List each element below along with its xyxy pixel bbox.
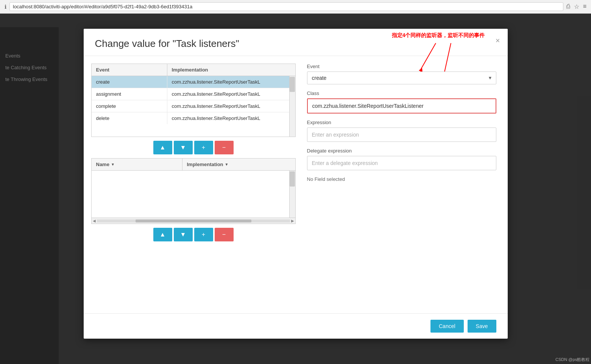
table-row[interactable]: create com.zzhua.listener.SiteReportUser…	[92, 76, 289, 88]
add-button[interactable]: +	[194, 141, 213, 154]
modal-footer: Cancel Save	[84, 313, 508, 339]
save-button[interactable]: Save	[468, 320, 496, 333]
top-table: Event Implementation create com.zzhua.li…	[91, 64, 296, 137]
modal-body: Event Implementation create com.zzhua.li…	[84, 56, 508, 313]
watermark: CSDN @ps酷教程	[555, 357, 589, 362]
scroll-track	[97, 219, 290, 222]
left-panel: Event Implementation create com.zzhua.li…	[91, 64, 296, 306]
modal-header: Change value for "Task listeners" × 指定4个…	[84, 29, 508, 56]
impl-cell: com.zzhua.listener.SiteReportUserTaskL	[167, 112, 289, 124]
impl-cell: com.zzhua.listener.SiteReportUserTaskL	[167, 100, 289, 112]
expression-input[interactable]	[307, 128, 496, 142]
event-select[interactable]: create assignment complete delete	[307, 72, 496, 84]
delegate-expression-input[interactable]	[307, 156, 496, 170]
bottom-move-down-button[interactable]: ▼	[174, 228, 193, 241]
class-form-group: Class	[307, 90, 496, 114]
event-form-group: Event create assignment complete delete	[307, 64, 496, 84]
star-icon[interactable]: ☆	[574, 3, 579, 10]
address-bar[interactable]: localhost:8080/activiti-app/editor/#/edi…	[9, 2, 563, 11]
name-column-header: Name ▼	[92, 159, 182, 170]
modal-backdrop: Change value for "Task listeners" × 指定4个…	[0, 14, 591, 364]
impl-cell: com.zzhua.listener.SiteReportUserTaskL	[167, 76, 289, 88]
bottom-table-scroll: ◀ ▶	[92, 171, 295, 224]
event-cell: complete	[92, 100, 167, 112]
bottom-move-up-button[interactable]: ▲	[153, 228, 172, 241]
event-cell: delete	[92, 112, 167, 124]
vertical-scrollbar[interactable]	[289, 76, 295, 137]
right-panel: Event create assignment complete delete …	[307, 64, 496, 306]
chevron-down-icon-2: ▼	[225, 162, 229, 166]
impl-cell: com.zzhua.listener.SiteReportUserTaskL	[167, 88, 289, 100]
cancel-button[interactable]: Cancel	[430, 320, 464, 333]
browser-icons: ⎙ ☆ ≡	[566, 3, 586, 10]
no-field-text: No Field selected	[307, 176, 496, 182]
class-input[interactable]	[307, 98, 496, 114]
bottom-action-buttons: ▲ ▼ + −	[91, 228, 296, 241]
move-up-button[interactable]: ▲	[153, 141, 172, 154]
event-label: Event	[307, 64, 496, 69]
scrollbar-thumb	[290, 77, 295, 92]
info-icon: ℹ	[5, 4, 6, 10]
top-table-header: Event Implementation	[92, 64, 295, 76]
event-cell: create	[92, 76, 167, 88]
annotation-text: 指定4个同样的监听器，监听不同的事件	[392, 32, 485, 38]
class-label: Class	[307, 90, 496, 96]
expression-form-group: Expression	[307, 120, 496, 142]
event-cell: assignment	[92, 88, 167, 100]
table-row[interactable]: assignment com.zzhua.listener.SiteReport…	[92, 88, 289, 100]
delegate-expression-form-group: Delegate expression	[307, 148, 496, 170]
table-row[interactable]: complete com.zzhua.listener.SiteReportUs…	[92, 100, 289, 112]
table-row[interactable]: delete com.zzhua.listener.SiteReportUser…	[92, 112, 289, 124]
close-button[interactable]: ×	[496, 36, 500, 45]
share-icon[interactable]: ⎙	[566, 3, 570, 10]
scroll-left-icon[interactable]: ◀	[92, 219, 97, 223]
top-table-scroll: create com.zzhua.listener.SiteReportUser…	[92, 76, 295, 137]
implementation-column-header: Implementation	[167, 64, 295, 76]
top-action-buttons: ▲ ▼ + −	[91, 141, 296, 154]
scroll-thumb	[136, 219, 251, 222]
bottom-scrollbar-thumb	[290, 171, 295, 187]
bottom-add-button[interactable]: +	[194, 228, 213, 241]
chevron-down-icon: ▼	[111, 162, 115, 166]
bottom-remove-button[interactable]: −	[215, 228, 234, 241]
modal-dialog: Change value for "Task listeners" × 指定4个…	[84, 29, 508, 339]
scroll-right-icon[interactable]: ▶	[290, 219, 295, 223]
expression-label: Expression	[307, 120, 496, 125]
bottom-table-header: Name ▼ Implementation ▼	[92, 159, 295, 171]
bottom-table: Name ▼ Implementation ▼	[91, 158, 296, 224]
bottom-section: Name ▼ Implementation ▼	[91, 158, 296, 241]
menu-icon[interactable]: ≡	[583, 3, 586, 10]
implementation-column-header-bottom: Implementation ▼	[182, 159, 295, 170]
browser-bar: ℹ localhost:8080/activiti-app/editor/#/e…	[0, 0, 591, 14]
event-select-wrapper: create assignment complete delete	[307, 72, 496, 84]
bottom-vertical-scrollbar[interactable]	[289, 171, 295, 218]
delegate-expression-label: Delegate expression	[307, 148, 496, 154]
move-down-button[interactable]: ▼	[174, 141, 193, 154]
event-column-header: Event	[92, 64, 167, 76]
modal-title: Change value for "Task listeners"	[95, 38, 496, 50]
horizontal-scrollbar[interactable]: ◀ ▶	[92, 218, 295, 224]
remove-button[interactable]: −	[215, 141, 234, 154]
